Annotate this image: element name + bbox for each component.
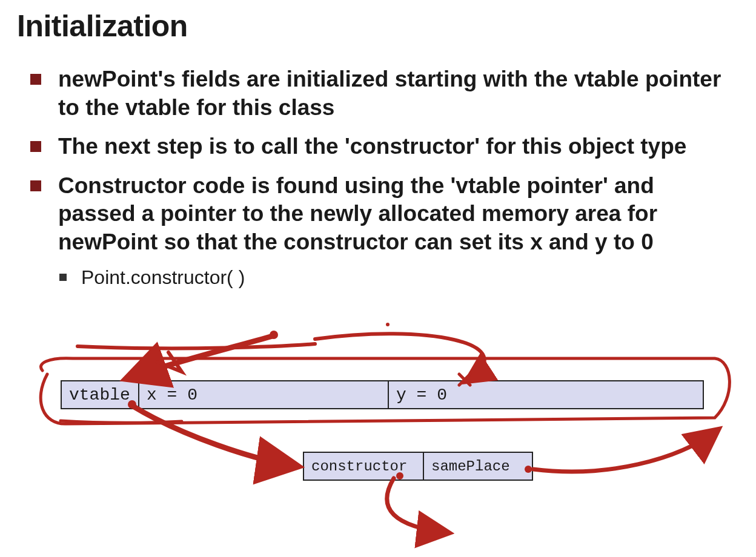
bullet-list: newPoint's fields are initialized starti… — [17, 65, 739, 289]
slide-title: Initialization — [17, 8, 739, 44]
vtable-row: constructor samePlace — [303, 452, 709, 481]
bullet-text: Constructor code is found using the 'vta… — [58, 173, 657, 254]
cell-vtable: vtable — [61, 380, 139, 409]
slide: Initialization newPoint's fields are ini… — [0, 0, 756, 557]
bullet-item: Constructor code is found using the 'vta… — [30, 172, 733, 289]
object-row: vtable x = 0 y = 0 — [61, 380, 709, 409]
bullet-item: The next step is to call the 'constructo… — [30, 133, 733, 161]
sub-bullet-item: Point.constructor( ) — [58, 265, 733, 289]
cell-x: x = 0 — [139, 380, 389, 409]
cell-sameplace: samePlace — [424, 452, 533, 481]
cell-constructor: constructor — [303, 452, 424, 481]
memory-diagram: vtable x = 0 y = 0 constructor samePlace — [61, 380, 709, 481]
cell-y: y = 0 — [389, 380, 704, 409]
sub-bullet-list: Point.constructor( ) — [58, 265, 733, 289]
bullet-item: newPoint's fields are initialized starti… — [30, 65, 733, 122]
